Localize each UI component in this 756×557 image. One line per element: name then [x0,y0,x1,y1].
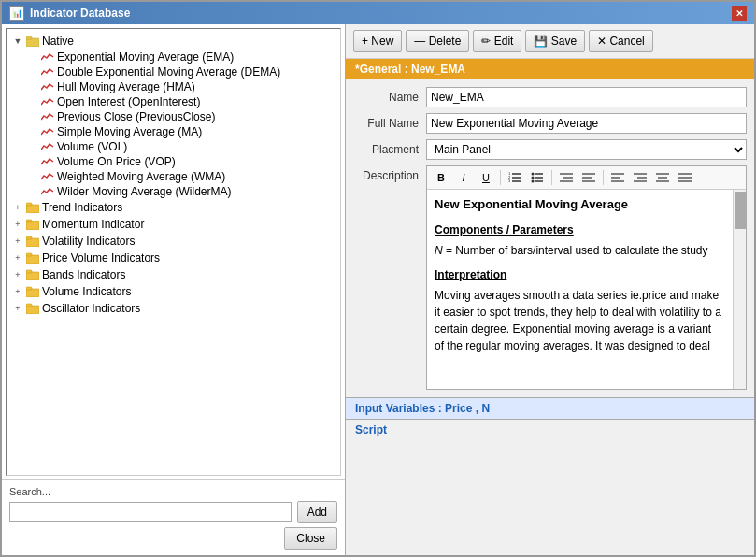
tree-item[interactable]: Exponential Moving Average (EMA) [10,50,336,64]
folder-expander[interactable]: + [10,234,25,249]
svg-rect-7 [26,236,32,239]
tree-folder-item[interactable]: + Oscillator Indicators [10,300,336,317]
root-label: Native [42,35,74,48]
folder-icon [25,285,40,298]
tree-item[interactable]: Weighted Moving Average (WMA) [10,169,336,184]
tree-folder-item[interactable]: + Price Volume Indicators [10,250,336,266]
tree-item[interactable]: Hull Moving Average (HMA) [10,79,336,94]
fullname-row: Full Name [353,113,747,134]
script-section[interactable]: Script [346,420,754,440]
svg-rect-10 [26,272,39,280]
align-center-button[interactable] [652,168,673,187]
title-bar-left: 📊 Indicator Database [9,6,130,21]
ordered-list-icon: 1 2 3 [508,172,521,183]
bold-button[interactable]: B [431,168,451,187]
folder-label: Momentum Indicator [42,218,144,231]
description-content[interactable]: New Exponential Moving Average Component… [427,190,746,389]
tree-item[interactable]: Open Interest (OpenInterest) [10,94,336,109]
window-title: Indicator Database [30,7,130,20]
folder-items-container: + Trend Indicators + Momentum Indicator … [10,199,336,317]
align-right-icon [634,172,647,183]
outdent-button[interactable] [578,168,599,187]
align-right-button[interactable] [630,168,650,187]
search-input[interactable] [9,502,292,522]
underline-button[interactable]: U [476,168,496,187]
tree-folder-item[interactable]: + Volatility Indicators [10,233,336,250]
edit-button[interactable]: ✏ Edit [473,30,521,52]
folder-expander[interactable]: + [10,250,25,265]
tree-folder-item[interactable]: + Trend Indicators [10,199,336,216]
desc-section1-body: N = Number of bars/interval used to calc… [435,242,723,259]
placement-select[interactable]: Main Panel Sub Panel [426,139,747,160]
tree-item-label: Open Interest (OpenInterest) [57,95,200,108]
fullname-label: Full Name [353,117,419,130]
unordered-list-button[interactable] [527,168,548,187]
tree-area[interactable]: ▼ Native Expo [6,28,341,476]
folder-expander[interactable]: + [10,301,25,316]
folder-expander[interactable]: + [10,284,25,299]
svg-point-23 [532,177,535,179]
svg-rect-9 [26,253,32,256]
tree-folder-item[interactable]: + Momentum Indicator [10,216,336,233]
tree-root-native[interactable]: ▼ Native [10,33,336,50]
cancel-button[interactable]: ✕ Cancel [589,30,653,52]
svg-rect-6 [26,238,39,247]
outdent-icon [582,172,595,183]
indicator-icon [40,95,55,108]
svg-rect-4 [26,221,39,230]
separator3 [603,170,604,185]
desc-section2-title: Interpretation [435,266,723,283]
tree-item[interactable]: Volume (VOL) [10,139,336,154]
name-input[interactable] [426,87,747,107]
tree-item[interactable]: Wilder Moving Average (WilderMA) [10,184,336,199]
root-expander[interactable]: ▼ [10,34,25,49]
folder-expander[interactable]: + [10,267,25,282]
tree-item-label: Volume On Price (VOP) [57,155,176,168]
tree-item[interactable]: Double Exponential Moving Average (DEMA) [10,64,336,79]
close-button[interactable]: Close [284,527,337,550]
folder-icon [25,218,40,231]
save-button[interactable]: 💾 Save [525,30,585,52]
align-center-icon [656,172,669,183]
indicator-icon [40,65,55,79]
svg-point-24 [532,180,535,183]
folder-expander[interactable]: + [10,200,25,215]
placement-row: Placment Main Panel Sub Panel [353,139,747,160]
tree-folder-item[interactable]: + Bands Indicators [10,266,336,283]
folder-icon [25,235,40,248]
svg-rect-1 [26,36,32,39]
delete-button[interactable]: — Delete [406,30,469,52]
search-row: Add [9,501,337,523]
ordered-list-button[interactable]: 1 2 3 [505,168,525,187]
form-area: Name Full Name Placment Main Panel Sub P… [346,79,754,397]
svg-point-22 [532,173,535,176]
svg-text:3: 3 [508,179,511,183]
name-label: Name [353,91,419,104]
main-content: ▼ Native Expo [2,24,754,555]
right-panel: + New — Delete ✏ Edit 💾 Save ✕ Cancel *G… [346,24,754,555]
italic-button[interactable]: I [453,168,474,187]
new-button[interactable]: + New [353,30,402,52]
tree-item[interactable]: Volume On Price (VOP) [10,154,336,169]
fullname-input[interactable] [426,113,747,134]
tree-item[interactable]: Simple Moving Average (MA) [10,124,336,139]
tree-folder-item[interactable]: + Volume Indicators [10,283,336,300]
add-button[interactable]: Add [297,501,337,523]
folder-label: Bands Indicators [42,268,125,281]
indent-button[interactable] [556,168,577,187]
svg-rect-2 [26,205,39,213]
svg-rect-15 [26,304,32,307]
align-left-button[interactable] [607,168,628,187]
folder-icon [25,268,40,281]
root-folder-icon [25,35,40,48]
input-variables-section[interactable]: Input Variables : Price , N [346,398,754,420]
window-close-button[interactable]: ✕ [732,6,747,21]
tree-item[interactable]: Previous Close (PreviousClose) [10,109,336,124]
svg-rect-8 [26,255,39,264]
folder-expander[interactable]: + [10,217,25,232]
justify-button[interactable] [675,168,695,187]
scrollbar-thumb[interactable] [735,192,746,229]
indicator-icon [40,155,55,168]
indicator-icon [40,50,55,64]
svg-rect-5 [26,220,32,222]
